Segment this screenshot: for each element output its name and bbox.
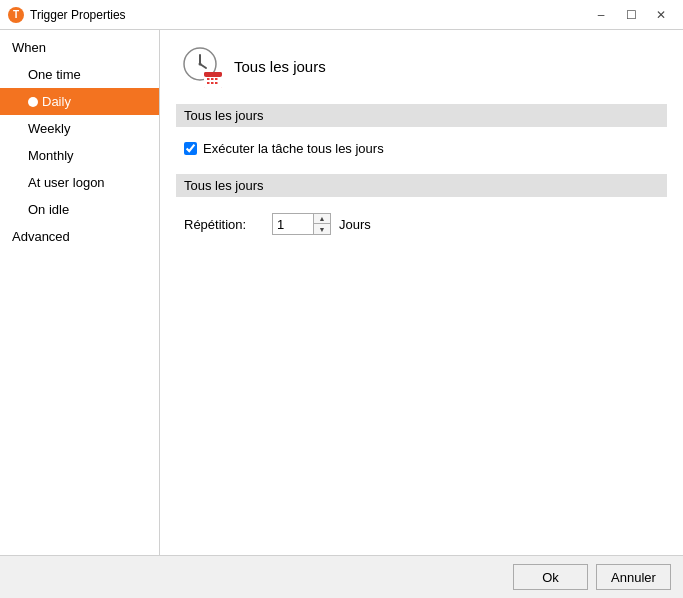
svg-rect-8 [211, 78, 214, 80]
title-bar-left: T Trigger Properties [8, 7, 126, 23]
sidebar-label-monthly: Monthly [28, 148, 74, 163]
panel-title: Tous les jours [234, 58, 326, 75]
daily-dot-icon [28, 97, 38, 107]
svg-rect-7 [207, 78, 210, 80]
footer: Ok Annuler [0, 555, 683, 598]
svg-point-3 [199, 63, 202, 66]
repetition-input[interactable] [273, 214, 313, 234]
svg-rect-9 [215, 78, 218, 80]
sidebar-label-on-idle: On idle [28, 202, 69, 217]
sidebar-item-daily[interactable]: Daily [0, 88, 159, 115]
section1-header: Tous les jours [176, 104, 667, 127]
sidebar-item-monthly[interactable]: Monthly [0, 142, 159, 169]
sidebar-label-when: When [12, 40, 46, 55]
spinner-buttons: ▲ ▼ [313, 214, 330, 234]
spinner-down-button[interactable]: ▼ [314, 224, 330, 234]
main-content: When One time Daily Weekly Monthly At us… [0, 30, 683, 555]
ok-button[interactable]: Ok [513, 564, 588, 590]
checkbox-label: Exécuter la tâche tous les jours [203, 141, 384, 156]
sidebar-label-at-user-logon: At user logon [28, 175, 105, 190]
minimize-button[interactable]: – [587, 5, 615, 25]
section2-header: Tous les jours [176, 174, 667, 197]
window-title: Trigger Properties [30, 8, 126, 22]
sidebar-item-at-user-logon[interactable]: At user logon [0, 169, 159, 196]
unit-label: Jours [339, 217, 371, 232]
sidebar-label-one-time: One time [28, 67, 81, 82]
sidebar: When One time Daily Weekly Monthly At us… [0, 30, 160, 555]
svg-rect-11 [211, 82, 214, 84]
section1-content: Exécuter la tâche tous les jours [176, 135, 667, 162]
maximize-button[interactable]: ☐ [617, 5, 645, 25]
repetition-spinner: ▲ ▼ [272, 213, 331, 235]
repetition-row: Répétition: ▲ ▼ Jours [176, 205, 667, 243]
svg-rect-10 [207, 82, 210, 84]
checkbox-row: Exécuter la tâche tous les jours [184, 141, 659, 156]
sidebar-item-advanced[interactable]: Advanced [0, 223, 159, 250]
sidebar-label-advanced: Advanced [12, 229, 70, 244]
svg-rect-6 [204, 72, 222, 77]
title-bar-controls: – ☐ ✕ [587, 5, 675, 25]
cancel-button[interactable]: Annuler [596, 564, 671, 590]
sidebar-item-weekly[interactable]: Weekly [0, 115, 159, 142]
daily-checkbox[interactable] [184, 142, 197, 155]
app-icon: T [8, 7, 24, 23]
title-bar: T Trigger Properties – ☐ ✕ [0, 0, 683, 30]
spinner-up-button[interactable]: ▲ [314, 214, 330, 224]
panel-header: Tous les jours [176, 42, 667, 90]
sidebar-item-one-time[interactable]: One time [0, 61, 159, 88]
repetition-label: Répétition: [184, 217, 264, 232]
close-button[interactable]: ✕ [647, 5, 675, 25]
right-panel: Tous les jours Tous les jours Exécuter l… [160, 30, 683, 555]
svg-rect-12 [215, 82, 218, 84]
daily-icon [176, 42, 224, 90]
sidebar-label-weekly: Weekly [28, 121, 70, 136]
sidebar-label-daily: Daily [42, 94, 71, 109]
sidebar-item-on-idle[interactable]: On idle [0, 196, 159, 223]
sidebar-item-when[interactable]: When [0, 34, 159, 61]
